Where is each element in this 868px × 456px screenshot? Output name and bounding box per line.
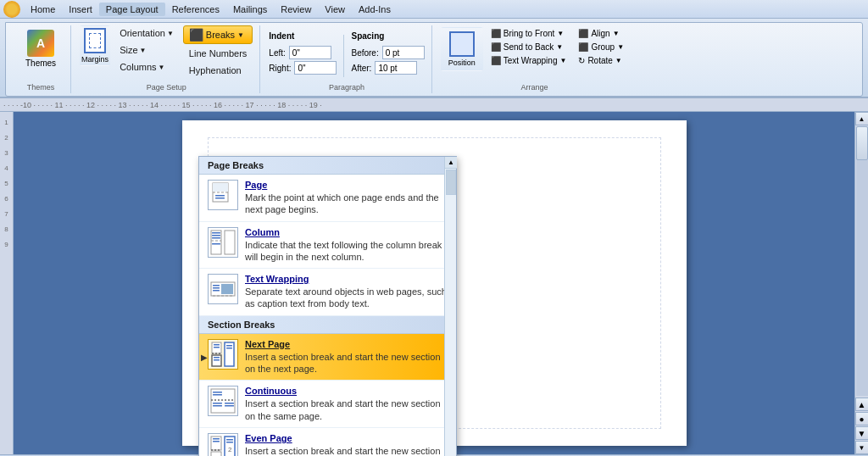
- scroll-down-button[interactable]: ▼: [855, 441, 869, 454]
- indent-section: Indent Left: Right:: [269, 31, 337, 75]
- break-text-wrap-icon: [208, 274, 238, 304]
- svg-rect-33: [213, 405, 222, 407]
- indent-right-input[interactable]: [294, 61, 337, 75]
- scroll-page-up-btn[interactable]: ▲: [855, 398, 869, 411]
- svg-rect-5: [211, 231, 221, 254]
- break-page-icon: [208, 180, 238, 210]
- break-column-text: Column Indicate that the text following …: [245, 227, 448, 264]
- break-even-page-title: Even Page: [245, 433, 448, 443]
- scroll-select-btn[interactable]: ●: [855, 412, 869, 425]
- break-column-desc: Indicate that the text following the col…: [245, 239, 448, 264]
- break-page-title: Page: [245, 180, 448, 190]
- themes-group-label: Themes: [27, 83, 55, 92]
- line-numbers-button[interactable]: Line Numbers: [183, 46, 253, 61]
- svg-rect-9: [212, 237, 220, 239]
- svg-rect-20: [214, 344, 220, 346]
- svg-rect-32: [213, 403, 222, 404]
- indent-left-input[interactable]: [289, 46, 331, 59]
- spacing-before-input[interactable]: [382, 46, 425, 59]
- send-to-back-button[interactable]: ⬛ Send to Back ▼: [487, 41, 571, 53]
- page-setup-label: Page Setup: [147, 83, 186, 92]
- top-ruler: · · · · -10 · · · · · 11 · · · · · 12 · …: [0, 98, 868, 112]
- group-icon: ⬛: [578, 42, 588, 52]
- breaks-dropdown-panel: Page Breaks Page Mark the point at which…: [198, 156, 457, 456]
- hyphenation-button[interactable]: Hyphenation: [183, 63, 253, 78]
- dropdown-scroll-track[interactable]: [445, 169, 456, 456]
- position-button[interactable]: Position: [441, 27, 483, 71]
- menu-item-page-layout[interactable]: Page Layout: [99, 3, 165, 16]
- ribbon-content: A Themes Themes Margins Orientation ▼ S: [5, 22, 863, 97]
- breaks-arrow: ▼: [237, 31, 244, 39]
- spacing-after-input[interactable]: [375, 61, 417, 75]
- menu-item-review[interactable]: Review: [274, 3, 318, 16]
- ribbon-group-themes: A Themes Themes: [11, 25, 71, 93]
- selected-arrow: ▶: [201, 353, 208, 362]
- group-button[interactable]: ⬛ Group ▼: [574, 41, 628, 53]
- break-next-page-item[interactable]: ▶ Next Page Insert a section break: [199, 334, 456, 381]
- scrollbar-thumb[interactable]: [856, 126, 868, 160]
- svg-rect-35: [225, 405, 234, 407]
- svg-rect-11: [212, 243, 220, 245]
- orientation-button[interactable]: Orientation ▼: [114, 25, 180, 41]
- break-column-title: Column: [245, 227, 448, 237]
- ribbon-group-page-setup: Margins Orientation ▼ Size ▼ Columns ▼: [73, 25, 260, 93]
- break-column-icon: [208, 227, 238, 258]
- break-next-page-title: Next Page: [245, 339, 448, 349]
- columns-button[interactable]: Columns ▼: [114, 59, 180, 75]
- svg-rect-16: [221, 284, 233, 294]
- menu-item-home[interactable]: Home: [24, 3, 62, 16]
- left-ruler: 123456789: [0, 112, 14, 454]
- svg-rect-6: [225, 231, 235, 254]
- size-button[interactable]: Size ▼: [114, 42, 180, 58]
- margins-button[interactable]: Margins: [80, 25, 110, 66]
- section-breaks-header: Section Breaks: [199, 316, 456, 334]
- svg-rect-34: [225, 403, 234, 404]
- break-next-page-icon: [208, 339, 238, 370]
- break-column-item[interactable]: Column Indicate that the text following …: [199, 222, 456, 270]
- svg-rect-24: [214, 359, 220, 361]
- scroll-up-button[interactable]: ▲: [855, 112, 869, 125]
- menu-bar: Home Insert Page Layout References Maili…: [0, 0, 868, 19]
- menu-item-view[interactable]: View: [318, 3, 352, 16]
- breaks-button[interactable]: ⬛ Breaks ▼: [183, 25, 253, 44]
- menu-item-insert[interactable]: Insert: [62, 3, 99, 16]
- ribbon: A Themes Themes Margins Orientation ▼ S: [0, 19, 868, 98]
- menu-item-references[interactable]: References: [165, 3, 226, 16]
- break-page-desc: Mark the point at which one page ends an…: [245, 192, 448, 216]
- scrollbar-track[interactable]: [856, 126, 868, 396]
- orientation-arrow: ▼: [167, 30, 174, 37]
- rotate-button[interactable]: ↻ Rotate ▼: [574, 54, 628, 67]
- text-wrap-icon: ⬛: [491, 56, 501, 65]
- arrange-label: Arrange: [520, 83, 548, 92]
- menu-item-add-ins[interactable]: Add-Ins: [352, 3, 398, 16]
- dropdown-scroll-up[interactable]: ▲: [445, 157, 457, 169]
- break-even-page-desc: Insert a section break and start the new…: [245, 445, 448, 456]
- break-next-page-desc: Insert a section break and start the new…: [245, 351, 448, 375]
- text-wrapping-button[interactable]: ⬛ Text Wrapping ▼: [487, 54, 571, 67]
- svg-rect-21: [214, 347, 220, 348]
- align-icon: ⬛: [578, 29, 588, 38]
- margins-icon: [84, 28, 106, 53]
- break-continuous-item[interactable]: Continuous Insert a section break and st…: [199, 381, 456, 428]
- break-even-page-item[interactable]: 2 Even Page Insert a section break and s…: [199, 428, 456, 456]
- svg-rect-1: [213, 183, 228, 192]
- scroll-page-down-btn[interactable]: ▼: [855, 426, 869, 440]
- right-scrollbar: ▲ ▲ ● ▼ ▼: [854, 112, 868, 454]
- themes-button[interactable]: A Themes: [18, 25, 64, 72]
- page-breaks-header: Page Breaks: [199, 157, 456, 175]
- svg-rect-8: [212, 235, 220, 236]
- dropdown-scroll-thumb[interactable]: [446, 170, 456, 195]
- svg-rect-23: [214, 357, 220, 359]
- dropdown-scrollbar: ▲ ▼: [444, 157, 456, 456]
- doc-area: 123456789 ▲ ▲ ● ▼ ▼ Page Breaks: [0, 112, 868, 454]
- align-button[interactable]: ⬛ Align ▼: [574, 27, 628, 40]
- break-text-wrapping-text: Text Wrapping Separate text around objec…: [245, 274, 448, 310]
- break-even-page-icon: 2: [208, 433, 238, 456]
- break-next-page-text: Next Page Insert a section break and sta…: [245, 339, 448, 375]
- break-text-wrapping-item[interactable]: Text Wrapping Separate text around objec…: [199, 269, 456, 316]
- break-continuous-text: Continuous Insert a section break and st…: [245, 386, 448, 422]
- columns-arrow: ▼: [159, 64, 165, 71]
- break-page-item[interactable]: Page Mark the point at which one page en…: [199, 175, 456, 222]
- bring-to-front-button[interactable]: ⬛ Bring to Front ▼: [487, 27, 571, 40]
- menu-item-mailings[interactable]: Mailings: [226, 3, 274, 16]
